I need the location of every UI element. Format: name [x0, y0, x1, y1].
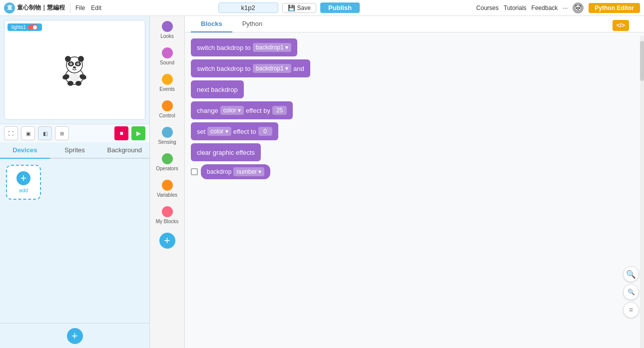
stage-controls: ⛶ ▣ ◧ ⊞ ■ ▶: [0, 124, 149, 142]
xml-button[interactable]: </>: [613, 20, 629, 31]
sensing-dot: [162, 127, 173, 138]
nav-right: Courses Tutorials Feedback ··· 🐼 Python …: [476, 2, 640, 13]
events-label: Events: [159, 86, 175, 92]
next-backdrop-block[interactable]: next backdrop: [191, 80, 244, 98]
blocks-panel: Looks Sound Events Control Sensing Opera…: [150, 16, 185, 348]
tab-blocks[interactable]: Blocks: [191, 16, 232, 32]
layout-single-button[interactable]: ▣: [21, 126, 35, 140]
zoom-out-button[interactable]: 🔍: [623, 284, 639, 300]
go-button[interactable]: ▶: [131, 126, 145, 140]
clear-graphic-effects-block[interactable]: clear graphic effects: [191, 143, 261, 161]
svg-point-13: [69, 73, 79, 81]
brand: 童 童心制物｜慧編程: [4, 2, 65, 13]
effect-type-dropdown-1[interactable]: color ▾: [220, 106, 244, 115]
backdrop-number-checkbox[interactable]: [191, 168, 198, 175]
layout-grid-button[interactable]: ⊞: [55, 126, 69, 140]
operators-label: Operators: [156, 166, 178, 172]
stage-toggle-dot: [33, 25, 37, 29]
file-menu[interactable]: File: [75, 4, 85, 11]
tutorials-link[interactable]: Tutorials: [504, 4, 527, 11]
set-color-effect-block[interactable]: set color ▾ effect to 0: [191, 122, 278, 140]
vertical-scrollbar[interactable]: [640, 36, 644, 348]
avatar: 🐼: [573, 2, 584, 13]
tab-background[interactable]: Background: [99, 142, 149, 159]
bottom-add-button[interactable]: +: [67, 328, 83, 344]
feedback-link[interactable]: Feedback: [532, 4, 558, 11]
variables-label: Variables: [157, 192, 177, 198]
nav-center: 💾 Save Publish: [104, 2, 473, 13]
sound-label: Sound: [160, 60, 174, 66]
effect-value-1[interactable]: 25: [272, 106, 287, 115]
switch-backdrop-wait-block[interactable]: switch backdrop to backdrop1 ▾ and: [191, 59, 310, 77]
category-add-button[interactable]: +: [159, 233, 175, 249]
main-layout: lights1: [0, 16, 644, 348]
stop-icon: ■: [119, 130, 123, 137]
zoom-reset-button[interactable]: =: [623, 302, 639, 318]
backdrop-dropdown-2[interactable]: backdrop1 ▾: [253, 64, 291, 73]
top-nav: 童 童心制物｜慧編程 File Edit 💾 Save Publish Cour…: [0, 0, 644, 16]
effect-value-2[interactable]: 0: [258, 127, 272, 136]
category-control[interactable]: Control: [152, 97, 183, 122]
more-options[interactable]: ···: [563, 4, 568, 11]
tab-sprites[interactable]: Sprites: [50, 142, 100, 159]
blocks-tabs-row: Blocks Python: [185, 16, 644, 32]
add-device-label: add: [19, 187, 28, 193]
save-button[interactable]: 💾 Save: [282, 3, 316, 13]
tab-devices[interactable]: Devices: [0, 142, 50, 159]
backdrop-dropdown-1[interactable]: backdrop1 ▾: [253, 43, 291, 52]
tab-python[interactable]: Python: [232, 16, 272, 32]
backdrop-text: backdrop: [207, 168, 231, 175]
backdrop-prop-dropdown[interactable]: number ▾: [233, 167, 264, 176]
category-myblocks[interactable]: My Blocks: [152, 203, 183, 228]
zoom-in-button[interactable]: 🔍: [623, 266, 639, 282]
tabs-row: Devices Sprites Background: [0, 142, 149, 159]
courses-link[interactable]: Courses: [476, 4, 499, 11]
svg-point-9: [77, 63, 78, 64]
stop-button[interactable]: ■: [114, 126, 128, 140]
control-dot: [162, 100, 173, 111]
svg-point-10: [73, 66, 76, 68]
zoom-controls: 🔍 🔍 =: [623, 266, 639, 318]
edit-menu[interactable]: Edit: [91, 4, 101, 11]
category-sound[interactable]: Sound: [152, 44, 183, 69]
category-events[interactable]: Events: [152, 71, 183, 95]
nav-menu: File Edit: [75, 4, 101, 11]
layout-split-button[interactable]: ◧: [38, 126, 52, 140]
devices-area: + add: [0, 159, 149, 323]
variables-dot: [162, 180, 173, 191]
switch-backdrop-block[interactable]: switch backdrop to backdrop1 ▾: [191, 38, 297, 56]
svg-point-14: [67, 81, 73, 86]
project-name-input[interactable]: [218, 2, 278, 13]
category-sensing[interactable]: Sensing: [152, 124, 183, 148]
blocks-workspace: Blocks Python switch backdrop to backdro…: [185, 16, 644, 348]
blocks-area: switch backdrop to backdrop1 ▾ switch ba…: [185, 32, 644, 348]
category-looks[interactable]: Looks: [152, 18, 183, 42]
panda-svg: [61, 54, 88, 86]
stage-area: lights1: [4, 20, 145, 120]
category-variables[interactable]: Variables: [152, 177, 183, 201]
add-device-button[interactable]: + add: [6, 165, 41, 200]
expand-button[interactable]: ⛶: [4, 126, 18, 140]
stage-label: lights1: [7, 23, 42, 31]
go-icon: ▶: [136, 130, 141, 137]
events-dot: [162, 74, 173, 85]
looks-dot: [162, 21, 173, 32]
effect-to-text: effect to: [233, 128, 256, 135]
brand-text: 童心制物｜慧編程: [17, 3, 65, 12]
looks-label: Looks: [160, 33, 174, 39]
nav-divider: [70, 3, 70, 13]
svg-point-3: [78, 56, 84, 62]
python-editor-button[interactable]: Python Editor: [589, 3, 640, 13]
scrollbar-thumb[interactable]: [640, 41, 644, 81]
change-color-effect-block[interactable]: change color ▾ effect by 25: [191, 101, 293, 119]
stage-toggle[interactable]: [28, 24, 38, 30]
backdrop-number-reporter[interactable]: backdrop number ▾: [201, 164, 270, 179]
effect-type-dropdown-2[interactable]: color ▾: [207, 127, 231, 136]
stage-label-text: lights1: [11, 24, 26, 30]
category-operators[interactable]: Operators: [152, 150, 183, 175]
add-device-icon: +: [16, 171, 30, 185]
next-backdrop-text: next backdrop: [197, 86, 238, 93]
backdrop-reporter-row: backdrop number ▾: [191, 164, 638, 179]
operators-dot: [162, 153, 173, 164]
publish-button[interactable]: Publish: [320, 2, 360, 13]
